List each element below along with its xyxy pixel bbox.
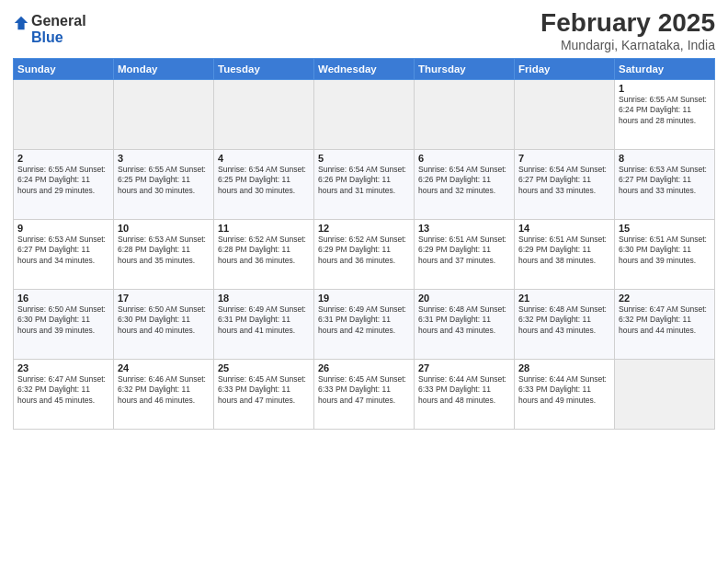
calendar-header-row: SundayMondayTuesdayWednesdayThursdayFrid… [14, 58, 715, 79]
day-number: 5 [318, 153, 410, 164]
day-info: Sunrise: 6:54 AM Sunset: 6:25 PM Dayligh… [218, 165, 310, 196]
calendar-cell [615, 359, 715, 429]
calendar-cell: 28Sunrise: 6:44 AM Sunset: 6:33 PM Dayli… [515, 359, 615, 429]
calendar-cell [515, 79, 615, 149]
day-number: 18 [218, 293, 310, 304]
day-info: Sunrise: 6:54 AM Sunset: 6:26 PM Dayligh… [318, 165, 410, 196]
day-info: Sunrise: 6:49 AM Sunset: 6:31 PM Dayligh… [218, 304, 310, 336]
day-number: 28 [518, 362, 610, 373]
calendar-header-tuesday: Tuesday [214, 58, 314, 79]
header: General Blue February 2025 Mundargi, Kar… [13, 9, 715, 52]
day-info: Sunrise: 6:51 AM Sunset: 6:30 PM Dayligh… [619, 235, 711, 266]
day-info: Sunrise: 6:53 AM Sunset: 6:28 PM Dayligh… [118, 235, 210, 266]
calendar-cell: 5Sunrise: 6:54 AM Sunset: 6:26 PM Daylig… [314, 149, 415, 219]
day-info: Sunrise: 6:44 AM Sunset: 6:33 PM Dayligh… [518, 374, 610, 406]
calendar-header-wednesday: Wednesday [314, 58, 415, 79]
day-info: Sunrise: 6:46 AM Sunset: 6:32 PM Dayligh… [118, 374, 210, 406]
logo-general: General [31, 13, 86, 29]
day-info: Sunrise: 6:47 AM Sunset: 6:32 PM Dayligh… [17, 374, 109, 406]
day-info: Sunrise: 6:50 AM Sunset: 6:30 PM Dayligh… [17, 304, 109, 336]
day-info: Sunrise: 6:47 AM Sunset: 6:32 PM Dayligh… [619, 304, 711, 336]
page: General Blue February 2025 Mundargi, Kar… [0, 0, 728, 563]
month-title: February 2025 [540, 9, 715, 38]
day-info: Sunrise: 6:45 AM Sunset: 6:33 PM Dayligh… [218, 374, 310, 406]
day-number: 7 [518, 153, 610, 164]
day-number: 4 [218, 153, 310, 164]
calendar-cell [314, 79, 415, 149]
day-info: Sunrise: 6:44 AM Sunset: 6:33 PM Dayligh… [418, 374, 510, 406]
day-info: Sunrise: 6:53 AM Sunset: 6:27 PM Dayligh… [619, 165, 711, 196]
calendar-cell: 4Sunrise: 6:54 AM Sunset: 6:25 PM Daylig… [214, 149, 314, 219]
calendar-cell: 24Sunrise: 6:46 AM Sunset: 6:32 PM Dayli… [114, 359, 214, 429]
day-number: 13 [418, 223, 510, 234]
calendar-header-saturday: Saturday [615, 58, 715, 79]
day-number: 6 [418, 153, 510, 164]
calendar-cell: 18Sunrise: 6:49 AM Sunset: 6:31 PM Dayli… [214, 289, 314, 359]
location: Mundargi, Karnataka, India [540, 38, 715, 52]
day-info: Sunrise: 6:51 AM Sunset: 6:29 PM Dayligh… [518, 235, 610, 266]
day-number: 19 [318, 293, 410, 304]
calendar-week-5: 23Sunrise: 6:47 AM Sunset: 6:32 PM Dayli… [14, 359, 715, 429]
day-info: Sunrise: 6:48 AM Sunset: 6:31 PM Dayligh… [418, 304, 510, 336]
day-number: 20 [418, 293, 510, 304]
day-number: 2 [17, 153, 109, 164]
calendar-cell: 2Sunrise: 6:55 AM Sunset: 6:24 PM Daylig… [14, 149, 114, 219]
day-info: Sunrise: 6:54 AM Sunset: 6:27 PM Dayligh… [518, 165, 610, 196]
calendar-cell: 21Sunrise: 6:48 AM Sunset: 6:32 PM Dayli… [515, 289, 615, 359]
day-number: 23 [17, 362, 109, 373]
calendar-cell: 17Sunrise: 6:50 AM Sunset: 6:30 PM Dayli… [114, 289, 214, 359]
calendar-cell: 11Sunrise: 6:52 AM Sunset: 6:28 PM Dayli… [214, 219, 314, 289]
calendar-cell: 14Sunrise: 6:51 AM Sunset: 6:29 PM Dayli… [515, 219, 615, 289]
day-number: 25 [218, 362, 310, 373]
calendar-cell: 13Sunrise: 6:51 AM Sunset: 6:29 PM Dayli… [415, 219, 515, 289]
calendar-cell: 19Sunrise: 6:49 AM Sunset: 6:31 PM Dayli… [314, 289, 415, 359]
calendar-cell: 3Sunrise: 6:55 AM Sunset: 6:25 PM Daylig… [114, 149, 214, 219]
day-number: 21 [518, 293, 610, 304]
calendar-cell: 15Sunrise: 6:51 AM Sunset: 6:30 PM Dayli… [615, 219, 715, 289]
calendar-cell: 9Sunrise: 6:53 AM Sunset: 6:27 PM Daylig… [14, 219, 114, 289]
day-info: Sunrise: 6:52 AM Sunset: 6:28 PM Dayligh… [218, 235, 310, 266]
day-info: Sunrise: 6:55 AM Sunset: 6:24 PM Dayligh… [17, 165, 109, 196]
day-info: Sunrise: 6:55 AM Sunset: 6:25 PM Dayligh… [118, 165, 210, 196]
day-number: 3 [118, 153, 210, 164]
calendar-week-1: 1Sunrise: 6:55 AM Sunset: 6:24 PM Daylig… [14, 79, 715, 149]
day-number: 10 [118, 223, 210, 234]
day-info: Sunrise: 6:45 AM Sunset: 6:33 PM Dayligh… [318, 374, 410, 406]
title-block: February 2025 Mundargi, Karnataka, India [540, 9, 715, 52]
day-number: 24 [118, 362, 210, 373]
calendar-cell: 26Sunrise: 6:45 AM Sunset: 6:33 PM Dayli… [314, 359, 415, 429]
calendar-week-3: 9Sunrise: 6:53 AM Sunset: 6:27 PM Daylig… [14, 219, 715, 289]
day-info: Sunrise: 6:54 AM Sunset: 6:26 PM Dayligh… [418, 165, 510, 196]
calendar-cell: 16Sunrise: 6:50 AM Sunset: 6:30 PM Dayli… [14, 289, 114, 359]
calendar-header-thursday: Thursday [415, 58, 515, 79]
day-info: Sunrise: 6:51 AM Sunset: 6:29 PM Dayligh… [418, 235, 510, 266]
day-info: Sunrise: 6:50 AM Sunset: 6:30 PM Dayligh… [118, 304, 210, 336]
day-number: 1 [619, 83, 711, 94]
day-number: 15 [619, 223, 711, 234]
day-number: 9 [17, 223, 109, 234]
calendar-cell: 8Sunrise: 6:53 AM Sunset: 6:27 PM Daylig… [615, 149, 715, 219]
calendar-cell [14, 79, 114, 149]
calendar-week-4: 16Sunrise: 6:50 AM Sunset: 6:30 PM Dayli… [14, 289, 715, 359]
logo: General Blue [13, 9, 86, 45]
day-number: 17 [118, 293, 210, 304]
calendar-cell: 22Sunrise: 6:47 AM Sunset: 6:32 PM Dayli… [615, 289, 715, 359]
day-number: 22 [619, 293, 711, 304]
calendar-cell [415, 79, 515, 149]
calendar-cell: 12Sunrise: 6:52 AM Sunset: 6:29 PM Dayli… [314, 219, 415, 289]
calendar-cell: 20Sunrise: 6:48 AM Sunset: 6:31 PM Dayli… [415, 289, 515, 359]
logo-blue: Blue [31, 29, 86, 46]
calendar-header-friday: Friday [515, 58, 615, 79]
day-number: 12 [318, 223, 410, 234]
calendar: SundayMondayTuesdayWednesdayThursdayFrid… [13, 58, 715, 430]
day-info: Sunrise: 6:55 AM Sunset: 6:24 PM Dayligh… [619, 95, 711, 126]
day-number: 16 [17, 293, 109, 304]
day-info: Sunrise: 6:48 AM Sunset: 6:32 PM Dayligh… [518, 304, 610, 336]
calendar-cell: 7Sunrise: 6:54 AM Sunset: 6:27 PM Daylig… [515, 149, 615, 219]
day-number: 27 [418, 362, 510, 373]
calendar-cell: 23Sunrise: 6:47 AM Sunset: 6:32 PM Dayli… [14, 359, 114, 429]
calendar-cell: 6Sunrise: 6:54 AM Sunset: 6:26 PM Daylig… [415, 149, 515, 219]
day-number: 14 [518, 223, 610, 234]
logo-text: General Blue [31, 13, 86, 45]
day-number: 11 [218, 223, 310, 234]
